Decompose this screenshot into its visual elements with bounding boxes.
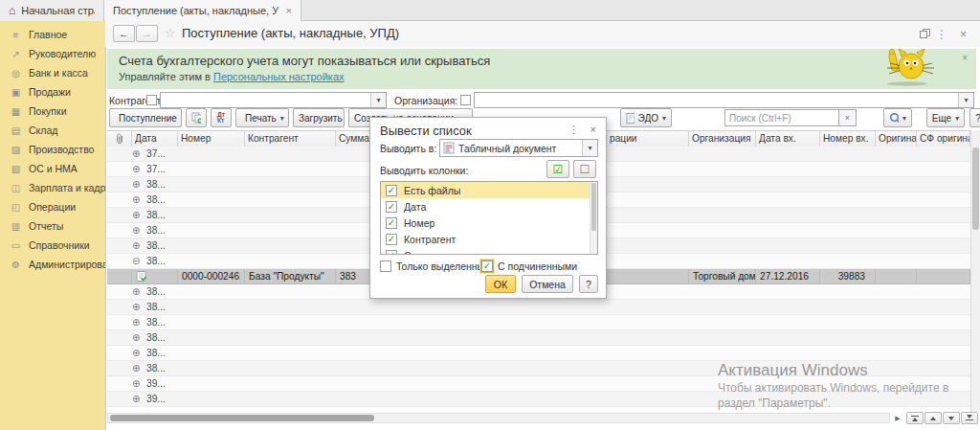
cancel-button[interactable]: Отмена	[522, 275, 573, 293]
sidebar-item-administration[interactable]: ⚙Администрирование	[0, 255, 105, 274]
dialog-help-button[interactable]: ?	[579, 275, 598, 293]
page-up-button[interactable]	[924, 412, 942, 424]
sidebar-item-bank[interactable]: ◎Банк и касса	[0, 63, 105, 82]
close-tab-icon[interactable]: ×	[286, 5, 292, 16]
expand-icon[interactable]: ⊕	[132, 363, 144, 373]
sidebar-item-production[interactable]: ▨Производство	[0, 140, 105, 159]
column-header-СФ оригинал[interactable]: СФ оригинал	[917, 131, 970, 147]
more-button[interactable]: Еще ▾	[926, 108, 965, 127]
horizontal-scrollbar[interactable]	[107, 413, 890, 423]
expand-icon[interactable]: ⊕	[132, 179, 144, 190]
column-header-Организация[interactable]: Организация	[689, 131, 756, 147]
cell[interactable]: 39883	[820, 269, 876, 284]
output-to-combo[interactable]: Табличный документ ▾	[439, 139, 598, 157]
column-header-Дата[interactable]: Дата	[132, 131, 178, 147]
column-option-row[interactable]: ✓Номер	[381, 215, 597, 231]
sidebar-item-catalogs[interactable]: ▭Справочники	[0, 236, 105, 255]
checkbox-icon[interactable]	[380, 260, 391, 272]
tab-receipts[interactable]: Поступление (акты, накладные, УПД) ×	[104, 0, 301, 21]
cell[interactable]: 0000-000246	[178, 269, 245, 284]
checkbox-checked-icon[interactable]: ✓	[386, 250, 397, 256]
sidebar-item-manager[interactable]: ↗Руководителю	[0, 44, 105, 63]
cell[interactable]: 27.12.2016	[756, 269, 820, 284]
cell[interactable]	[132, 269, 178, 284]
vertical-scrollbar-thumb[interactable]	[972, 147, 979, 230]
collapse-icon[interactable]: ⊖	[132, 256, 144, 266]
table-group-row[interactable]: ⊕38...	[107, 300, 970, 315]
sidebar-item-reports[interactable]: ▥Отчеты	[0, 216, 105, 236]
create-receipt-button[interactable]: Поступление ▾	[109, 108, 182, 127]
expand-icon[interactable]: ⊕	[132, 240, 144, 251]
checkbox-checked-icon[interactable]: ✓	[386, 234, 397, 245]
sidebar-item-operations[interactable]: ◰Операции	[0, 197, 105, 216]
horizontal-scrollbar-thumb[interactable]	[110, 415, 374, 421]
expand-icon[interactable]: ⊕	[132, 148, 144, 159]
with-subordinates-checkbox[interactable]: ✓ С подчиненными	[481, 260, 577, 272]
print-button[interactable]: Печать ▾	[235, 108, 289, 127]
sidebar-item-purchases[interactable]: ▦Покупки	[0, 102, 105, 121]
table-group-row[interactable]: ⊕38...	[107, 361, 970, 376]
tab-home[interactable]: ⌂ Начальная страница	[0, 0, 104, 21]
chevron-down-icon[interactable]: ▾	[958, 93, 973, 107]
cell[interactable]	[876, 269, 917, 284]
sidebar-item-sales[interactable]: ▣Продажи	[0, 82, 105, 102]
expand-icon[interactable]: ⊕	[132, 317, 144, 328]
edo-button[interactable]: ЭДО ▾	[620, 108, 672, 127]
help-button[interactable]: ?	[969, 108, 980, 127]
table-group-row[interactable]: ⊕38...	[107, 346, 970, 361]
column-header-attach[interactable]	[107, 131, 132, 147]
forward-button[interactable]: →	[136, 25, 158, 42]
show-postings-button[interactable]: ДтКт	[211, 108, 232, 127]
search-clear-icon[interactable]: ×	[839, 109, 857, 126]
banner-close-icon[interactable]: ×	[962, 53, 968, 63]
scroll-right-icon[interactable]: ▶	[892, 413, 903, 423]
organization-combo[interactable]: ▾	[474, 92, 974, 108]
column-header-Дата вх.[interactable]: Дата вх.	[756, 131, 820, 147]
cell[interactable]: База "Продукты"	[245, 269, 336, 284]
organization-checkbox[interactable]	[460, 95, 471, 105]
column-header-Номер[interactable]: Номер	[178, 131, 245, 147]
copy-document-button[interactable]	[186, 108, 207, 127]
dialog-scrollbar[interactable]	[590, 182, 597, 254]
expand-icon[interactable]: ⊕	[132, 394, 144, 404]
expand-icon[interactable]: ⊕	[132, 286, 144, 297]
chevron-down-icon[interactable]: ▾	[370, 93, 386, 107]
search-input[interactable]	[724, 109, 839, 126]
cell[interactable]: Торговый дом "...	[689, 269, 756, 284]
page-down-button[interactable]	[943, 412, 960, 424]
back-button[interactable]: ←	[113, 25, 135, 42]
personal-settings-link[interactable]: Персональных настройках	[213, 71, 345, 82]
only-selected-checkbox[interactable]: Только выделенные	[380, 260, 490, 272]
counterparty-combo[interactable]: ▾	[160, 92, 387, 108]
checkbox-checked-icon[interactable]: ✓	[386, 217, 397, 229]
table-group-row[interactable]: ⊕38...	[107, 330, 970, 346]
chevron-down-icon[interactable]: ▾	[582, 140, 597, 156]
close-form-icon[interactable]: ×	[960, 29, 967, 40]
ok-button[interactable]: ОК	[485, 275, 516, 293]
column-option-row[interactable]: ✓Сумма	[381, 247, 597, 255]
vertical-scrollbar[interactable]	[970, 130, 980, 412]
counterparty-checkbox[interactable]	[146, 95, 157, 105]
expand-icon[interactable]: ⊕	[132, 348, 144, 358]
expand-icon[interactable]: ⊕	[132, 225, 144, 236]
column-option-row[interactable]: ✓Есть файлы	[381, 182, 597, 198]
go-to-bottom-button[interactable]	[961, 412, 978, 424]
expand-icon[interactable]: ⊕	[132, 378, 144, 389]
expand-icon[interactable]: ⊕	[132, 302, 144, 312]
open-window-icon[interactable]	[920, 29, 930, 40]
dialog-scrollbar-thumb[interactable]	[591, 183, 596, 231]
sidebar-item-warehouse[interactable]: ▤Склад	[0, 121, 105, 140]
column-option-row[interactable]: ✓Контрагент	[381, 231, 597, 247]
cell[interactable]	[107, 269, 132, 284]
expand-icon[interactable]: ⊕	[132, 332, 144, 343]
expand-icon[interactable]: ⊕	[132, 164, 144, 174]
cell[interactable]	[917, 269, 970, 284]
sidebar-item-main[interactable]: ≡Главное	[0, 25, 105, 44]
column-header-Оригинал[interactable]: Оригинал	[876, 131, 917, 147]
checkbox-checked-icon[interactable]: ✓	[481, 260, 493, 272]
expand-icon[interactable]: ⊕	[132, 194, 144, 205]
load-button[interactable]: Загрузить ▾	[293, 108, 345, 127]
column-option-row[interactable]: ✓Дата	[381, 198, 597, 215]
dialog-menu-icon[interactable]: ⋮	[568, 124, 579, 136]
column-header-Контрагент[interactable]: Контрагент	[245, 131, 336, 147]
